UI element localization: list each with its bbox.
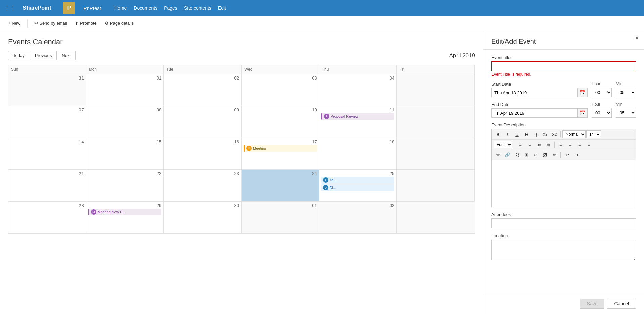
cal-cell-22[interactable]: 22 [86, 170, 164, 202]
cal-cell-28[interactable]: 28 [8, 202, 86, 233]
start-date-calendar-icon[interactable]: 📅 [577, 88, 587, 97]
previous-button[interactable]: Previous [30, 51, 57, 60]
save-button[interactable]: Save [580, 299, 604, 309]
cal-cell-23[interactable]: 23 [164, 170, 241, 202]
rte-undo-button[interactable]: ↩ [562, 151, 571, 158]
panel-close-button[interactable]: × [635, 35, 639, 41]
nav-site-contents[interactable]: Site contents [184, 4, 211, 12]
waffle-icon[interactable]: ⋮⋮ [4, 4, 16, 12]
rte-font-select[interactable]: Font [494, 141, 512, 148]
event-di[interactable]: D Di... [321, 184, 395, 191]
rte-table-button[interactable]: ⊞ [522, 151, 531, 158]
rte-align-left-button[interactable]: ≡ [556, 141, 565, 148]
rte-bold-button[interactable]: B [494, 131, 502, 138]
cal-cell-31[interactable]: 31 [8, 74, 86, 106]
rte-image-button[interactable]: 🖼 [541, 151, 549, 158]
cal-cell-empty4[interactable] [397, 170, 475, 202]
rte-italic-button[interactable]: I [503, 131, 512, 138]
cal-cell-21[interactable]: 21 [8, 170, 86, 202]
start-hour-select[interactable]: 00 [592, 88, 612, 97]
rte-outdent-button[interactable]: ⇦ [535, 141, 543, 148]
rte-underline-button[interactable]: U [513, 131, 521, 138]
end-min-select[interactable]: 05 [616, 108, 636, 118]
cal-cell-empty2[interactable] [397, 106, 475, 138]
end-date-input[interactable] [492, 109, 577, 117]
cal-cell-02a[interactable]: 02 [164, 74, 241, 106]
event-title-proposal: Proposal Review [331, 114, 359, 118]
cal-cell-25[interactable]: 25 T Te... D Di... [319, 170, 397, 202]
end-date-input-wrap: 📅 [491, 108, 588, 118]
attendees-section: Attendees [491, 212, 636, 228]
cal-cell-30[interactable]: 30 [164, 202, 241, 233]
rte-strikethrough-button[interactable]: S [522, 131, 531, 138]
page-details-button[interactable]: ⚙ Page details [102, 19, 137, 27]
event-meeting[interactable]: M Meeting [244, 145, 317, 152]
cal-cell-09[interactable]: 09 [164, 106, 241, 138]
start-min-select[interactable]: 05 [616, 88, 636, 97]
event-avatar-meeting: M [246, 146, 252, 151]
rte-style-select[interactable]: Normal [562, 130, 586, 138]
event-meeting-new[interactable]: M Meeting New P... [88, 209, 162, 215]
send-email-button[interactable]: ✉ Send by email [32, 19, 69, 27]
new-button[interactable]: + New [5, 19, 23, 27]
rte-justify-button[interactable]: ≡ [585, 141, 593, 148]
cal-cell-04[interactable]: 04 [319, 74, 397, 106]
cal-cell-15[interactable]: 15 [86, 138, 164, 170]
rte-subscript-button[interactable]: X2 [550, 131, 559, 138]
cal-cell-10[interactable]: 10 [241, 106, 319, 138]
rte-link-button[interactable]: 🔗 [503, 151, 512, 158]
cal-cell-01b[interactable]: 01 [241, 202, 319, 233]
promote-button[interactable]: ⬆ Promote [72, 19, 99, 27]
cal-cell-14[interactable]: 14 [8, 138, 86, 170]
rte-align-right-button[interactable]: ≡ [575, 141, 584, 148]
attendees-input[interactable] [491, 218, 636, 228]
cancel-button[interactable]: Cancel [607, 299, 636, 309]
cal-cell-18[interactable]: 18 [319, 138, 397, 170]
rte-unordered-list-button[interactable]: ≡ [516, 141, 525, 148]
cal-cell-16[interactable]: 16 [164, 138, 241, 170]
cal-cell-08[interactable]: 08 [86, 106, 164, 138]
rte-superscript-button[interactable]: X2 [541, 131, 549, 138]
nav-edit[interactable]: Edit [218, 4, 226, 12]
cal-cell-01a[interactable]: 01 [86, 74, 164, 106]
cal-cell-07[interactable]: 07 [8, 106, 86, 138]
event-title-error: Event Title is required. [491, 72, 636, 77]
rte-fontsize-select[interactable]: 14 [586, 130, 601, 138]
event-title-input[interactable] [491, 61, 636, 71]
cal-cell-03[interactable]: 03 [241, 74, 319, 106]
cal-cell-02b[interactable]: 02 [319, 202, 397, 233]
cal-cell-empty3[interactable] [397, 138, 475, 170]
event-proposal-review[interactable]: P Proposal Review [321, 113, 395, 120]
event-te[interactable]: T Te... [321, 177, 395, 184]
cal-cell-29[interactable]: 29 M Meeting New P... [86, 202, 164, 233]
rte-highlight-button[interactable]: ✏ [550, 151, 559, 158]
header-fri: Fri [397, 65, 475, 74]
event-avatar-proposal: P [324, 114, 329, 119]
location-input[interactable] [491, 240, 636, 260]
next-button[interactable]: Next [57, 51, 76, 60]
rte-redo-button[interactable]: ↪ [572, 151, 581, 158]
rte-unlink-button[interactable]: ⛓ [513, 151, 521, 158]
nav-documents[interactable]: Documents [133, 4, 157, 12]
rte-pen-button[interactable]: ✏ [494, 151, 502, 158]
cal-cell-24[interactable]: 24 [241, 170, 319, 202]
cal-cell-11[interactable]: 11 P Proposal Review [319, 106, 397, 138]
rte-body[interactable] [492, 160, 636, 207]
cal-cell-17[interactable]: 17 M Meeting [241, 138, 319, 170]
rte-code-button[interactable]: {} [531, 131, 540, 138]
rte-indent-button[interactable]: ⇨ [544, 141, 553, 148]
nav-pages[interactable]: Pages [164, 4, 177, 12]
cal-cell-empty1[interactable] [397, 74, 475, 106]
rte-ordered-list-button[interactable]: ≡ [525, 141, 534, 148]
header-mon: Mon [86, 65, 164, 74]
cal-cell-empty5[interactable] [397, 202, 475, 233]
rte-toolbar-row2: Font ≡ ≡ ⇦ ⇨ ≡ ≡ ≡ ≡ [492, 140, 636, 150]
start-date-input[interactable] [492, 89, 577, 97]
end-hour-select[interactable]: 00 [592, 108, 612, 118]
rte-emoji-button[interactable]: ☺ [531, 151, 540, 158]
today-button[interactable]: Today [8, 51, 30, 60]
rte-align-center-button[interactable]: ≡ [566, 141, 575, 148]
start-date-label: Start Date [491, 82, 588, 87]
nav-home[interactable]: Home [114, 4, 127, 12]
end-date-calendar-icon[interactable]: 📅 [577, 109, 587, 117]
